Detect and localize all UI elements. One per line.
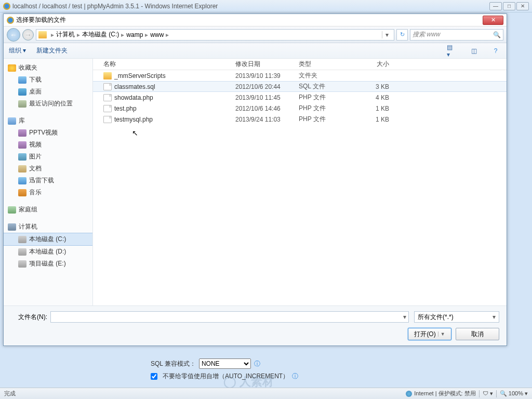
- desktop-icon: [18, 88, 26, 96]
- sidebar-item-music[interactable]: 音乐: [4, 187, 92, 198]
- maximize-button[interactable]: □: [503, 2, 515, 10]
- file-list: 名称 修改日期 类型 大小 _mmServerScripts2013/9/10 …: [93, 59, 507, 305]
- dialog-navbar: ← → ▸ 计算机▸ 本地磁盘 (C:)▸ wamp▸ www▸ ▾ ↻ 搜索 …: [4, 26, 507, 43]
- file-icon: [103, 83, 112, 90]
- view-options-button[interactable]: ▤ ▾: [446, 46, 458, 56]
- newfolder-button[interactable]: 新建文件夹: [36, 46, 68, 55]
- dialog-toolbar: 组织 ▾ 新建文件夹 ▤ ▾ ◫ ?: [4, 43, 507, 59]
- file-row[interactable]: test.php2012/10/6 14:46PHP 文件1 KB: [93, 103, 507, 114]
- crumb[interactable]: 计算机: [56, 30, 75, 39]
- dialog-titlebar: 选择要加载的文件 ✕: [4, 14, 507, 26]
- file-open-dialog: 选择要加载的文件 ✕ ← → ▸ 计算机▸ 本地磁盘 (C:)▸ wamp▸ w…: [3, 14, 507, 346]
- star-icon: [8, 64, 16, 72]
- disk-icon: [18, 248, 26, 256]
- sidebar-item-documents[interactable]: 文档: [4, 163, 92, 175]
- sidebar-favorites-head[interactable]: 收藏夹: [4, 62, 92, 74]
- sidebar-item-pictures[interactable]: 图片: [4, 151, 92, 163]
- refresh-button[interactable]: ↻: [396, 29, 408, 41]
- browser-title-text: localhost / localhost / test | phpMyAdmi…: [12, 3, 218, 10]
- minimize-button[interactable]: —: [489, 2, 502, 10]
- file-icon: [103, 94, 112, 101]
- dialog-sidebar: 收藏夹 下载 桌面 最近访问的位置 库 PPTV视频 视频 图片 文档 迅雷下载…: [4, 59, 93, 305]
- sidebar-item-disk-c[interactable]: 本地磁盘 (C:): [4, 233, 92, 246]
- file-list-header: 名称 修改日期 类型 大小: [93, 59, 507, 70]
- filename-label: 文件名(N):: [11, 313, 47, 322]
- disk-icon: [18, 260, 26, 268]
- page-content-behind: SQL 兼容模式： NONE ⓘ 不要给零值使用自增（AUTO_INCREMEN…: [0, 353, 532, 384]
- status-done: 完成: [4, 390, 16, 397]
- ie-icon: [7, 17, 14, 24]
- close-button[interactable]: ✕: [516, 2, 529, 10]
- sidebar-item-recent[interactable]: 最近访问的位置: [4, 98, 92, 110]
- crumb[interactable]: wamp: [126, 31, 143, 38]
- organize-button[interactable]: 组织 ▾: [9, 46, 26, 55]
- col-date[interactable]: 修改日期: [232, 60, 296, 69]
- folder-icon: [103, 72, 112, 79]
- globe-icon: [406, 391, 412, 397]
- search-input[interactable]: 搜索 www 🔍: [410, 29, 503, 41]
- sidebar-item-xunlei[interactable]: 迅雷下载: [4, 175, 92, 187]
- file-row[interactable]: _mmServerScripts2013/9/10 11:39文件夹: [93, 70, 507, 81]
- sidebar-item-videos[interactable]: 视频: [4, 139, 92, 151]
- dialog-bottom: 文件名(N): ▾ 所有文件(*.*)▾ 打开(O)▼ 取消: [4, 305, 507, 345]
- col-name[interactable]: 名称: [100, 60, 232, 69]
- browser-titlebar: localhost / localhost / test | phpMyAdmi…: [0, 0, 532, 12]
- sidebar-item-desktop[interactable]: 桌面: [4, 86, 92, 98]
- status-zone: Internet | 保护模式: 禁用: [414, 390, 475, 397]
- protected-mode-icon[interactable]: 🛡 ▾: [483, 390, 493, 397]
- download-icon: [18, 76, 26, 84]
- cancel-button[interactable]: 取消: [456, 328, 499, 340]
- sidebar-item-disk-e[interactable]: 项目磁盘 (E:): [4, 258, 92, 270]
- browser-statusbar: 完成 Internet | 保护模式: 禁用 🛡 ▾ 🔍 100% ▾: [0, 388, 532, 399]
- breadcrumb[interactable]: ▸ 计算机▸ 本地磁盘 (C:)▸ wamp▸ www▸ ▾: [36, 29, 394, 41]
- zoom-control[interactable]: 🔍 100% ▾: [500, 390, 528, 397]
- filename-input[interactable]: ▾: [50, 311, 409, 323]
- search-placeholder: 搜索 www: [413, 30, 440, 39]
- preview-pane-button[interactable]: ◫: [468, 46, 480, 56]
- col-type[interactable]: 类型: [296, 60, 356, 69]
- auto-increment-label: 不要给零值使用自增（AUTO_INCREMENT）: [163, 372, 289, 381]
- help-button[interactable]: ?: [490, 46, 501, 56]
- forward-button[interactable]: →: [22, 29, 34, 41]
- sidebar-item-downloads[interactable]: 下载: [4, 74, 92, 86]
- search-icon: 🔍: [493, 31, 501, 38]
- sidebar-libraries-head[interactable]: 库: [4, 115, 92, 127]
- dialog-title-text: 选择要加载的文件: [16, 16, 66, 24]
- picture-icon: [18, 153, 26, 161]
- sql-compat-select[interactable]: NONE: [199, 358, 251, 369]
- music-icon: [18, 189, 26, 196]
- file-icon: [103, 105, 112, 112]
- back-button[interactable]: ←: [7, 28, 20, 42]
- filetype-filter[interactable]: 所有文件(*.*)▾: [414, 311, 499, 323]
- sidebar-computer-head[interactable]: 计算机: [4, 221, 92, 233]
- file-row[interactable]: testmysql.php2013/9/24 11:03PHP 文件1 KB: [93, 114, 507, 125]
- dialog-close-button[interactable]: ✕: [483, 16, 503, 25]
- crumb[interactable]: www: [150, 31, 164, 38]
- document-icon: [18, 165, 26, 172]
- open-button[interactable]: 打开(O)▼: [408, 328, 451, 340]
- sidebar-item-disk-d[interactable]: 本地磁盘 (D:): [4, 246, 92, 258]
- breadcrumb-dropdown[interactable]: ▾: [382, 31, 392, 38]
- ie-icon: [3, 3, 10, 10]
- crumb[interactable]: 本地磁盘 (C:): [82, 30, 119, 39]
- sidebar-item-pptv[interactable]: PPTV视频: [4, 127, 92, 139]
- folder-icon: [38, 31, 47, 38]
- file-icon: [103, 116, 112, 123]
- video-icon: [18, 141, 26, 149]
- sidebar-homegroup[interactable]: 家庭组: [4, 204, 92, 216]
- file-row[interactable]: showdata.php2013/9/10 11:45PHP 文件4 KB: [93, 92, 507, 103]
- video-icon: [18, 129, 26, 137]
- library-icon: [8, 117, 16, 125]
- auto-increment-checkbox[interactable]: [151, 373, 157, 380]
- disk-icon: [18, 236, 26, 243]
- sql-compat-label: SQL 兼容模式：: [151, 360, 196, 368]
- recent-icon: [18, 100, 26, 108]
- file-row[interactable]: classmates.sql2012/10/6 20:44SQL 文件3 KB: [93, 81, 507, 92]
- col-size[interactable]: 大小: [356, 60, 392, 69]
- homegroup-icon: [8, 206, 16, 214]
- computer-icon: [8, 223, 16, 231]
- download-icon: [18, 177, 26, 184]
